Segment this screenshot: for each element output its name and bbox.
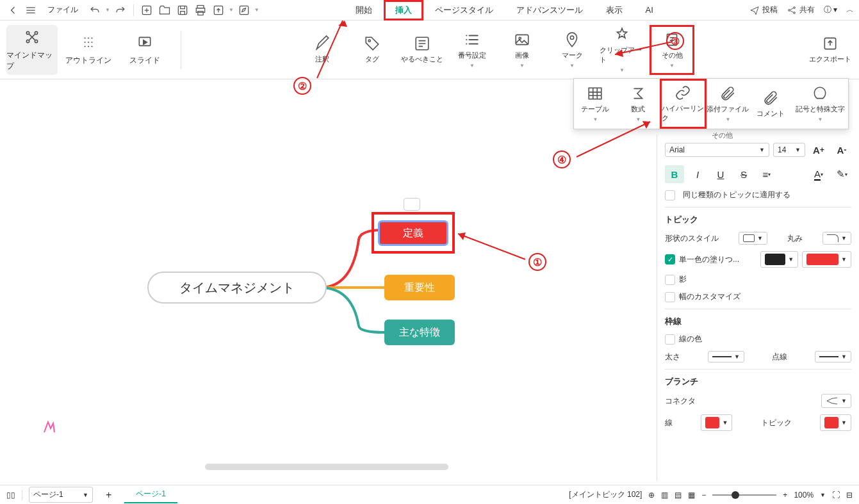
- italic-button[interactable]: I: [688, 165, 707, 183]
- topic2-label: トピック: [761, 418, 792, 428]
- shadow-label: 影: [679, 274, 687, 285]
- insert-mark[interactable]: マーク▼: [550, 25, 594, 75]
- menu-ai[interactable]: AI: [634, 0, 665, 20]
- underline-button[interactable]: U: [711, 165, 730, 183]
- strike-button[interactable]: S: [734, 165, 753, 183]
- collapse-handle[interactable]: [404, 198, 420, 211]
- connector-select[interactable]: ▼: [821, 394, 851, 408]
- page-tab-1[interactable]: ページ-1: [124, 486, 177, 503]
- grid-icon[interactable]: ▦: [688, 491, 695, 500]
- h-scrollbar[interactable]: [205, 464, 448, 470]
- round-select[interactable]: ▼: [822, 232, 851, 245]
- bold-button[interactable]: B: [665, 165, 684, 183]
- export-button[interactable]: エクスポート: [808, 25, 853, 75]
- svg-marker-26: [615, 49, 623, 57]
- font-select[interactable]: Arial▼: [665, 143, 769, 157]
- zoom-level[interactable]: 100%: [794, 491, 814, 500]
- back-icon[interactable]: [5, 3, 20, 18]
- shape-select[interactable]: ▼: [739, 232, 767, 245]
- zoom-slider[interactable]: [712, 494, 776, 496]
- same-type-label: 同じ種類のトピックに適用する: [683, 190, 790, 200]
- font-color-button[interactable]: A▾: [809, 165, 828, 183]
- width-check[interactable]: [665, 292, 675, 302]
- sub-comment[interactable]: コメント: [749, 79, 792, 129]
- insert-tag[interactable]: タグ: [350, 25, 395, 75]
- svg-point-19: [570, 36, 573, 39]
- save-icon[interactable]: [175, 3, 190, 18]
- central-topic[interactable]: タイムマネジメント: [147, 272, 327, 304]
- canvas[interactable]: タイムマネジメント 定義 重要性 主な特徴: [0, 79, 657, 475]
- post-button[interactable]: 投稿: [749, 4, 778, 15]
- svg-point-12: [26, 40, 29, 42]
- print-icon[interactable]: [193, 3, 208, 18]
- view-slide[interactable]: スライド: [119, 25, 170, 75]
- topic-color-swatch[interactable]: ▼: [820, 414, 851, 431]
- minimize-icon[interactable]: ⊟: [846, 491, 853, 500]
- insert-image[interactable]: 画像▼: [500, 25, 544, 75]
- menu-advanced[interactable]: アドバンスツール: [505, 0, 594, 20]
- thickness-label: 太さ: [665, 352, 680, 362]
- svg-line-27: [577, 122, 650, 157]
- shadow-check[interactable]: [665, 275, 675, 285]
- align-button[interactable]: ≡▾: [757, 165, 776, 183]
- menu-insert[interactable]: 挿入: [384, 0, 423, 20]
- fill-color-swatch[interactable]: ▼: [802, 251, 851, 268]
- node-definition[interactable]: 定義: [378, 220, 448, 246]
- arrow-4: [573, 118, 657, 163]
- menu-icon[interactable]: [23, 3, 38, 18]
- cursor-icon[interactable]: ⊕: [648, 491, 655, 500]
- insert-numbering[interactable]: 番号設定▼: [450, 25, 495, 75]
- layers-icon[interactable]: ▤: [675, 491, 682, 500]
- zoom-out-icon[interactable]: −: [701, 491, 706, 500]
- thickness-select[interactable]: ▼: [708, 351, 744, 362]
- book-icon[interactable]: ▥: [661, 491, 668, 500]
- file-menu[interactable]: ファイル: [47, 4, 78, 15]
- page-layout-icon[interactable]: ▯▯: [6, 491, 15, 500]
- redo-icon[interactable]: [113, 3, 128, 18]
- share-button[interactable]: 共有: [787, 4, 815, 15]
- menu-view[interactable]: 表示: [594, 0, 634, 20]
- svg-line-25: [615, 42, 673, 54]
- topbar: ファイル ▼ ▼ ▼ 開始 挿入 ページスタイル アドバンスツール 表示 AI …: [0, 0, 859, 20]
- fill-check[interactable]: ✓: [665, 254, 675, 264]
- add-page-button[interactable]: +: [99, 489, 118, 501]
- menu-start[interactable]: 開始: [344, 0, 384, 20]
- dash-select[interactable]: ▼: [815, 351, 851, 362]
- svg-rect-4: [198, 11, 203, 15]
- view-outline[interactable]: アウトライン: [63, 25, 114, 75]
- node-features[interactable]: 主な特徴: [384, 320, 455, 345]
- svg-rect-6: [240, 6, 248, 14]
- border-color-check[interactable]: [665, 334, 675, 345]
- share-action-icon[interactable]: [211, 3, 226, 18]
- increase-font-icon[interactable]: A+: [809, 141, 828, 159]
- undo-icon[interactable]: [87, 3, 102, 18]
- page-select[interactable]: ページ-1▼: [29, 487, 93, 503]
- sub-hyperlink[interactable]: ハイパーリンク: [660, 79, 707, 129]
- border-color-swatch[interactable]: ▼: [760, 251, 798, 268]
- size-select[interactable]: 14▼: [773, 143, 805, 157]
- annotation-3: ③: [666, 32, 684, 50]
- menu-pagestyle[interactable]: ページスタイル: [423, 0, 505, 20]
- node-importance[interactable]: 重要性: [384, 275, 455, 300]
- zoom-in-icon[interactable]: +: [783, 491, 787, 500]
- highlight-button[interactable]: ✎▾: [832, 165, 851, 183]
- sub-attachment[interactable]: 添付ファイル▼: [707, 79, 749, 129]
- line-color-swatch[interactable]: ▼: [701, 414, 732, 431]
- border-heading: 枠線: [665, 316, 851, 327]
- svg-point-8: [793, 6, 795, 8]
- help-icon[interactable]: ⓘ ▾: [824, 4, 837, 15]
- collapse-ribbon-icon[interactable]: ︿: [846, 4, 854, 15]
- decrease-font-icon[interactable]: A-: [832, 141, 851, 159]
- dash-label: 点線: [772, 352, 787, 362]
- sub-symbols[interactable]: 記号と特殊文字▼: [792, 79, 848, 129]
- svg-line-29: [458, 234, 525, 259]
- fullscreen-icon[interactable]: ⛶: [832, 491, 840, 500]
- add-icon[interactable]: [139, 3, 154, 18]
- annotation-4: ④: [553, 150, 571, 168]
- same-type-check[interactable]: [665, 190, 675, 200]
- edit-icon[interactable]: [236, 3, 252, 18]
- insert-todo[interactable]: やるべきこと: [400, 25, 445, 75]
- open-icon[interactable]: [157, 3, 172, 18]
- width-label: 幅のカスタマイズ: [679, 291, 740, 302]
- view-mindmap[interactable]: マインドマップ: [6, 25, 58, 75]
